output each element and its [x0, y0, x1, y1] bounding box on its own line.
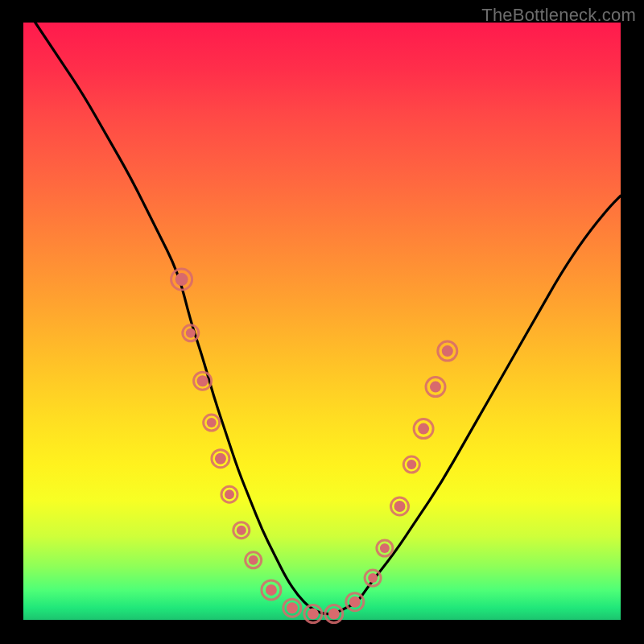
marker-group [171, 269, 457, 622]
curve-marker [418, 423, 429, 435]
bottleneck-curve [35, 23, 621, 614]
curve-marker [186, 328, 196, 338]
curve-marker [237, 526, 246, 535]
curve-marker [407, 460, 416, 469]
curve-marker [207, 418, 217, 427]
curve-marker [328, 609, 340, 620]
chart-frame: TheBottleneck.com [0, 0, 644, 644]
plot-area [23, 23, 621, 620]
curve-marker [249, 555, 258, 565]
curve-marker [442, 345, 453, 357]
curve-marker [380, 543, 390, 553]
curve-marker [430, 382, 441, 393]
chart-overlay [23, 23, 621, 620]
curve-marker [266, 584, 277, 596]
curve-marker [215, 453, 226, 464]
curve-marker [394, 501, 406, 512]
curve-marker [197, 375, 208, 386]
curve-marker [225, 489, 234, 499]
watermark-text: TheBottleneck.com [481, 5, 636, 26]
curve-marker [349, 597, 361, 608]
curve-marker [308, 609, 319, 620]
curve-marker [368, 573, 378, 583]
curve-marker [287, 602, 298, 613]
curve-marker [175, 273, 188, 286]
